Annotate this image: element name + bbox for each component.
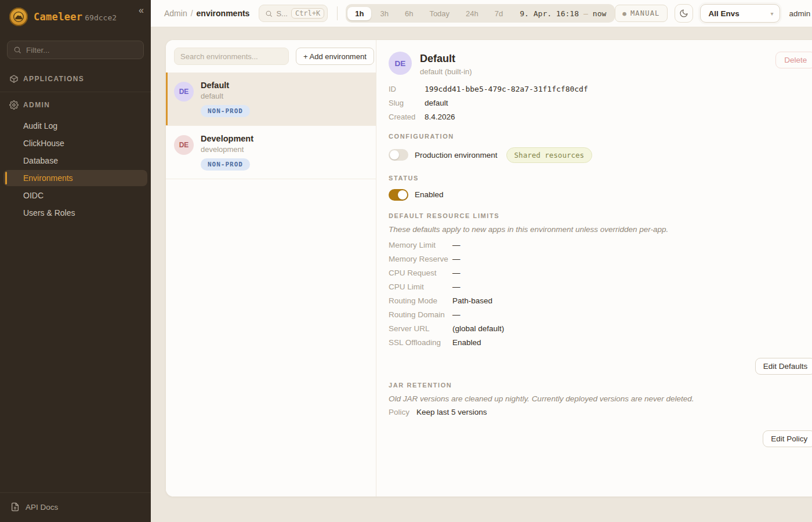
section-applications[interactable]: APPLICATIONS [0, 68, 151, 89]
detail-meta: ID 199cdd41-bbe5-479c-82a7-31f1fcf80cdf … [389, 85, 812, 121]
limit-label: Memory Limit [389, 241, 452, 249]
global-search[interactable]: S... Ctrl+K [259, 5, 328, 22]
environment-item-body: Default default NON-PROD [201, 81, 250, 117]
section-applications-label: APPLICATIONS [23, 75, 84, 83]
sidebar-header: Cameleer69dcce2 « [0, 0, 151, 34]
detail-title-block: Default default (built-in) [420, 52, 472, 76]
global-search-placeholder: S... [276, 9, 288, 18]
production-environment-toggle[interactable] [389, 149, 408, 161]
app-title: Cameleer69dcce2 [34, 11, 117, 23]
search-icon [13, 46, 21, 54]
sidebar-item-oidc[interactable]: OIDC [3, 187, 147, 204]
time-separator: — [583, 9, 588, 18]
sidebar-item-users-roles[interactable]: Users & Roles [3, 205, 147, 221]
admin-nav: Audit Log ClickHouse Database Environmen… [0, 115, 151, 221]
app-root: Cameleer69dcce2 « APPLICATIONS ADMIN Aud… [0, 0, 812, 522]
shortcut-badge: Ctrl+K [291, 8, 324, 19]
environment-avatar: DE [389, 52, 412, 75]
filter-input[interactable] [26, 46, 137, 55]
time-range-group: 1h 3h 6h Today 24h 7d 9. Apr. 16:18 — no… [346, 4, 615, 23]
delete-button[interactable]: Delete [775, 52, 812, 68]
package-icon [9, 74, 19, 84]
limit-label: Memory Reserve [389, 255, 452, 263]
edit-defaults-button[interactable]: Edit Defaults [755, 358, 812, 375]
environment-search-input[interactable] [174, 48, 289, 65]
time-chip-3h[interactable]: 3h [372, 7, 396, 20]
main-column: Admin / environments S... Ctrl+K 1h 3h 6… [151, 0, 812, 522]
time-chip-6h[interactable]: 6h [397, 7, 420, 20]
moon-icon [679, 9, 688, 18]
env-filter-select[interactable]: All Envs ▾ [700, 4, 780, 23]
time-range-display[interactable]: 9. Apr. 16:18 — now [512, 9, 613, 18]
meta-label: Slug [389, 99, 425, 107]
production-toggle-row: Production environment Shared resources [389, 147, 812, 163]
resource-limits-note: These defaults apply to new apps in this… [389, 225, 812, 234]
limit-label: CPU Limit [389, 283, 452, 291]
limit-value: — [452, 311, 461, 319]
topbar: Admin / environments S... Ctrl+K 1h 3h 6… [151, 0, 812, 27]
enabled-toggle[interactable] [389, 189, 408, 201]
limit-value: Path-based [452, 297, 492, 305]
sidebar-item-environments[interactable]: Environments [3, 170, 147, 186]
limit-value: Enabled [452, 339, 481, 347]
limit-label: Server URL [389, 325, 452, 333]
breadcrumb-root[interactable]: Admin [164, 9, 187, 18]
environments-card: + Add environment DE Default default NON… [165, 39, 812, 497]
topbar-divider [337, 6, 338, 20]
limit-label: Routing Domain [389, 311, 452, 319]
environment-id-value: 199cdd41-bbe5-479c-82a7-31f1fcf80cdf [425, 85, 588, 93]
environment-avatar: DE [174, 135, 194, 155]
time-from: 9. Apr. 16:18 [520, 9, 579, 18]
jar-retention-heading: JAR RETENTION [389, 382, 812, 389]
time-chip-7d[interactable]: 7d [487, 7, 510, 20]
build-id: 69dcce2 [85, 13, 117, 22]
meta-label: Created [389, 113, 425, 121]
refresh-mode-label: MANUAL [630, 9, 660, 17]
edit-policy-button[interactable]: Edit Policy [763, 430, 812, 447]
list-toolbar: + Add environment [166, 40, 376, 72]
refresh-mode-badge[interactable]: ● MANUAL [615, 5, 667, 22]
resource-limits-heading: DEFAULT RESOURCE LIMITS [389, 212, 812, 219]
environment-name: Development [201, 134, 253, 143]
time-chip-today[interactable]: Today [422, 7, 457, 20]
topbar-right: ● MANUAL All Envs ▾ admin AD [615, 4, 812, 23]
add-environment-button[interactable]: + Add environment [296, 48, 374, 65]
non-prod-badge: NON-PROD [201, 158, 250, 171]
configuration-heading: CONFIGURATION [389, 133, 812, 140]
environment-list-item-default[interactable]: DE Default default NON-PROD [166, 72, 376, 126]
environment-detail-pane: DE Default default (built-in) Delete ID … [376, 40, 812, 496]
sidebar-filter [7, 41, 144, 59]
meta-row-id: ID 199cdd41-bbe5-479c-82a7-31f1fcf80cdf [389, 85, 812, 93]
section-admin[interactable]: ADMIN [0, 95, 151, 115]
time-to: now [593, 9, 606, 18]
limit-label: Routing Mode [389, 297, 452, 305]
edit-defaults-row: Edit Defaults [389, 358, 812, 375]
limit-row-memory-reserve: Memory Reserve— [389, 252, 812, 266]
environment-slug: development [201, 145, 253, 154]
sidebar-collapse-button[interactable]: « [139, 6, 144, 15]
limit-row-cpu-request: CPU Request— [389, 266, 812, 280]
environment-avatar: DE [174, 82, 194, 102]
non-prod-badge: NON-PROD [201, 105, 250, 117]
limit-row-routing-domain: Routing Domain— [389, 308, 812, 322]
api-docs-label: API Docs [26, 503, 58, 512]
sidebar-item-database[interactable]: Database [3, 153, 147, 169]
environment-list-item-development[interactable]: DE Development development NON-PROD [166, 126, 376, 179]
time-chip-1h[interactable]: 1h [347, 7, 371, 20]
theme-toggle-button[interactable] [675, 4, 693, 23]
api-docs-link[interactable]: API Docs [0, 492, 151, 522]
sidebar-item-audit-log[interactable]: Audit Log [3, 118, 147, 134]
sidebar-divider [0, 92, 151, 92]
detail-header: DE Default default (built-in) Delete [389, 52, 812, 76]
environment-item-body: Development development NON-PROD [201, 134, 253, 171]
environment-slug: default [201, 92, 250, 100]
gear-icon [9, 100, 19, 110]
jar-retention-note: Old JAR versions are cleaned up nightly.… [389, 394, 812, 403]
time-chip-24h[interactable]: 24h [458, 7, 486, 20]
user-menu[interactable]: admin AD [789, 5, 812, 22]
limit-row-routing-mode: Routing ModePath-based [389, 294, 812, 308]
sidebar-item-clickhouse[interactable]: ClickHouse [3, 135, 147, 151]
limit-value: — [452, 241, 461, 249]
status-toggle-row: Enabled [389, 189, 812, 201]
environment-name: Default [201, 81, 250, 90]
